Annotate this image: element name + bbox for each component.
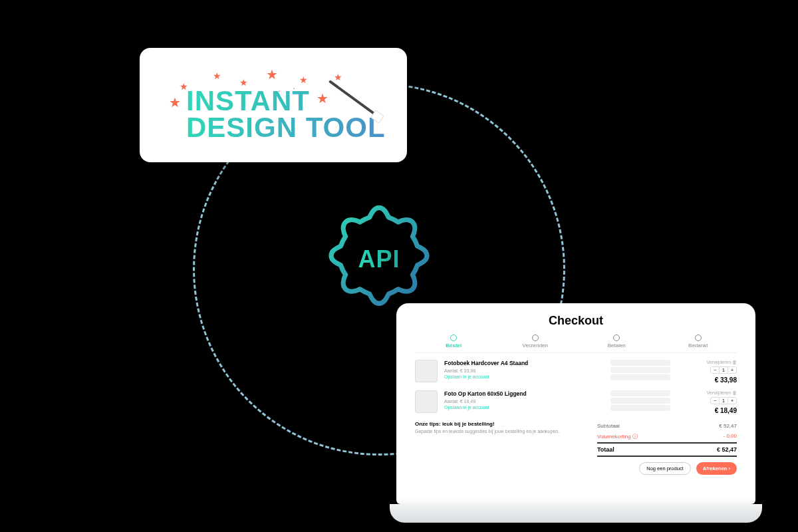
checkout-screen: Checkout Bestel Verzenden Betalen Bedank…: [396, 303, 755, 504]
item-name: Fotoboek Hardcover A4 Staand: [444, 360, 604, 366]
continue-button[interactable]: Nog een product: [639, 462, 690, 475]
instant-design-tool-card: ★ ★ ★ ★ ★ ★ ★ ★ · · INSTANT DESIGN TOOL: [140, 48, 407, 162]
cart-item: Fotoboek Hardcover A4 Staand Aantal: € 3…: [415, 360, 737, 384]
pay-button[interactable]: Afrekenen ›: [696, 462, 737, 475]
step-verzenden[interactable]: Verzenden: [497, 334, 575, 348]
item-thumb: [415, 360, 438, 382]
api-gear: API: [319, 200, 439, 319]
totals: Subtotaal€ 52,47 Volumekorting ⓘ- 0,00 T…: [597, 421, 737, 475]
checkout-laptop: Checkout Bestel Verzenden Betalen Bedank…: [390, 303, 762, 523]
api-label: API: [358, 245, 400, 273]
qty-stepper[interactable]: −1+: [710, 397, 737, 404]
checkout-title: Checkout: [415, 314, 737, 328]
item-thumb: [415, 390, 438, 413]
step-bestel[interactable]: Bestel: [415, 334, 493, 348]
checkout-steps: Bestel Verzenden Betalen Bedankt: [415, 334, 737, 353]
step-bedankt[interactable]: Bedankt: [660, 334, 737, 348]
delete-item[interactable]: Verwijderen 🗑: [677, 360, 737, 364]
trash-icon: 🗑: [732, 390, 737, 395]
info-icon: ⓘ: [632, 434, 638, 440]
delete-item[interactable]: Verwijderen 🗑: [677, 390, 737, 395]
logo-line-2: DESIGN TOOL: [186, 114, 386, 141]
logo-text: INSTANT DESIGN TOOL: [186, 88, 386, 141]
tips-box: Onze tips: leuk bij je bestelling! Gepas…: [415, 421, 577, 434]
laptop-base: [390, 504, 762, 523]
cart-item: Foto Op Karton 60x50 Liggend Aantal: € 1…: [415, 390, 737, 414]
diagram-canvas: ★ ★ ★ ★ ★ ★ ★ ★ · · INSTANT DESIGN TOOL …: [0, 0, 798, 532]
qty-stepper[interactable]: −1+: [710, 366, 737, 374]
item-price: € 18,49: [677, 407, 737, 414]
trash-icon: 🗑: [732, 360, 737, 364]
item-name: Foto Op Karton 60x50 Liggend: [444, 390, 604, 397]
item-price: € 33,98: [677, 376, 737, 384]
step-betalen[interactable]: Betalen: [578, 334, 656, 348]
